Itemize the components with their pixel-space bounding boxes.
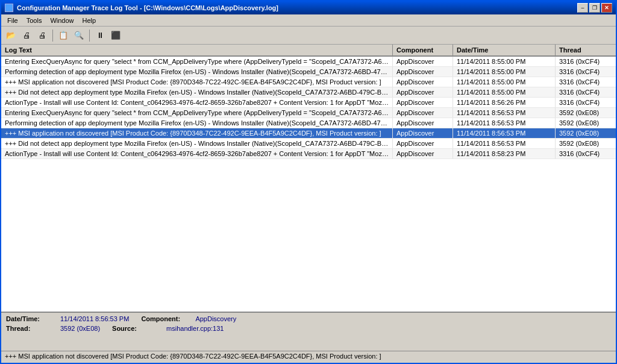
log-cell: 11/14/2011 8:58:23 PM [453, 149, 556, 158]
bottom-text: +++ MSI application not discovered [MSI … [5, 353, 381, 360]
log-row[interactable]: Performing detection of app deployment t… [1, 118, 616, 128]
log-cell: AppDiscover [393, 67, 453, 77]
log-cell: 11/14/2011 8:56:26 PM [453, 98, 556, 107]
log-cell: 3316 (0xCF4) [556, 77, 616, 87]
log-cell: AppDiscover [393, 87, 453, 97]
toolbar-separator-1 [52, 30, 53, 42]
find-button[interactable]: 🔍 [72, 29, 86, 42]
window-title: Configuration Manager Trace Log Tool - [… [17, 4, 278, 11]
header-datetime[interactable]: Date/Time [453, 45, 556, 55]
log-cell: +++ Did not detect app deployment type M… [1, 87, 393, 97]
header-thread[interactable]: Thread [556, 45, 616, 55]
log-cell: 3592 (0xE08) [556, 118, 616, 128]
log-cell: 11/14/2011 8:56:53 PM [453, 128, 556, 138]
header-logtext[interactable]: Log Text [1, 45, 393, 55]
log-cell: +++ MSI application not discovered [MSI … [1, 77, 393, 87]
toolbar-separator-2 [89, 30, 90, 42]
log-cell: +++ MSI application not discovered [MSI … [1, 128, 393, 138]
menu-help[interactable]: Help [79, 16, 100, 25]
log-cell: 3592 (0xE08) [556, 108, 616, 118]
minimize-button[interactable]: – [577, 3, 588, 13]
log-row[interactable]: +++ Did not detect app deployment type M… [1, 87, 616, 98]
log-rows[interactable]: Entering ExecQueryAsync for query "selec… [1, 57, 616, 312]
log-row[interactable]: ActionType - Install will use Content Id… [1, 98, 616, 108]
pause-button[interactable]: ⏸ [93, 29, 107, 42]
stop-button[interactable]: ⬛ [108, 29, 123, 42]
menu-bar: File Tools Window Help [1, 14, 616, 27]
log-cell: +++ Did not detect app deployment type M… [1, 139, 393, 148]
close-button[interactable]: ✕ [601, 3, 612, 13]
log-cell: 11/14/2011 8:55:00 PM [453, 67, 556, 77]
log-row[interactable]: +++ MSI application not discovered [MSI … [1, 77, 616, 87]
header-component[interactable]: Component [393, 45, 453, 55]
menu-tools[interactable]: Tools [23, 16, 46, 25]
log-cell: AppDiscover [393, 98, 453, 107]
log-cell: 11/14/2011 8:56:53 PM [453, 118, 556, 128]
log-cell: 3592 (0xE08) [556, 139, 616, 148]
log-row[interactable]: +++ Did not detect app deployment type M… [1, 139, 616, 149]
log-cell: 3316 (0xCF4) [556, 87, 616, 97]
print-button[interactable]: 🖨 [19, 29, 34, 42]
log-row[interactable]: Performing detection of app deployment t… [1, 67, 616, 77]
datetime-label: Date/Time: [6, 315, 48, 322]
component-label: Component: [141, 315, 183, 322]
log-cell: AppDiscover [393, 108, 453, 118]
toolbar: 📂 🖨 🖨 📋 🔍 ⏸ ⬛ [1, 27, 616, 45]
log-cell: AppDiscover [393, 149, 453, 158]
log-area: Log Text Component Date/Time Thread Ente… [1, 45, 616, 312]
title-bar: Configuration Manager Trace Log Tool - [… [1, 1, 616, 14]
log-cell: 11/14/2011 8:55:00 PM [453, 87, 556, 97]
menu-file[interactable]: File [4, 16, 22, 25]
log-cell: AppDiscover [393, 77, 453, 87]
log-cell: AppDiscover [393, 139, 453, 148]
component-value: AppDiscovery [195, 315, 236, 322]
log-cell: Performing detection of app deployment t… [1, 118, 393, 128]
log-cell: AppDiscover [393, 128, 453, 138]
status-row-1: Date/Time: 11/14/2011 8:56:53 PM Compone… [6, 315, 611, 322]
log-cell: 11/14/2011 8:56:53 PM [453, 139, 556, 148]
copy-button[interactable]: 📋 [56, 29, 70, 42]
status-row-2: Thread: 3592 (0xE08) Source: msihandler.… [6, 325, 611, 332]
log-header: Log Text Component Date/Time Thread [1, 45, 616, 57]
log-row[interactable]: Entering ExecQueryAsync for query "selec… [1, 57, 616, 67]
log-cell: Entering ExecQueryAsync for query "selec… [1, 108, 393, 118]
thread-value: 3592 (0xE08) [60, 325, 100, 332]
bottom-bar: +++ MSI application not discovered [MSI … [1, 351, 616, 363]
title-bar-buttons: – ❐ ✕ [577, 3, 612, 13]
menu-window[interactable]: Window [46, 16, 77, 25]
app-icon [5, 4, 13, 12]
thread-label: Thread: [6, 325, 48, 332]
log-row[interactable]: ActionType - Install will use Content Id… [1, 149, 616, 159]
datetime-value: 11/14/2011 8:56:53 PM [60, 315, 129, 322]
log-cell: 11/14/2011 8:56:53 PM [453, 108, 556, 118]
log-cell: 3316 (0xCF4) [556, 149, 616, 158]
source-label: Source: [112, 325, 154, 332]
log-cell: 3316 (0xCF4) [556, 67, 616, 77]
log-cell: AppDiscover [393, 57, 453, 66]
log-cell: ActionType - Install will use Content Id… [1, 98, 393, 107]
log-cell: 11/14/2011 8:55:00 PM [453, 57, 556, 66]
log-cell: 3316 (0xCF4) [556, 98, 616, 107]
restore-button[interactable]: ❐ [589, 3, 600, 13]
log-cell: 11/14/2011 8:55:00 PM [453, 77, 556, 87]
log-cell: AppDiscover [393, 118, 453, 128]
log-cell: 3592 (0xE08) [556, 128, 616, 138]
main-window: Configuration Manager Trace Log Tool - [… [0, 0, 617, 364]
log-cell: Entering ExecQueryAsync for query "selec… [1, 57, 393, 66]
open-button[interactable]: 📂 [4, 29, 18, 42]
log-cell: 3316 (0xCF4) [556, 57, 616, 66]
log-row[interactable]: Entering ExecQueryAsync for query "selec… [1, 108, 616, 118]
status-bar: Date/Time: 11/14/2011 8:56:53 PM Compone… [1, 312, 616, 351]
print2-button[interactable]: 🖨 [35, 29, 49, 42]
log-row[interactable]: +++ MSI application not discovered [MSI … [1, 128, 616, 139]
log-cell: ActionType - Install will use Content Id… [1, 149, 393, 158]
log-cell: Performing detection of app deployment t… [1, 67, 393, 77]
title-bar-left: Configuration Manager Trace Log Tool - [… [5, 4, 278, 12]
source-value: msihandler.cpp:131 [166, 325, 224, 332]
